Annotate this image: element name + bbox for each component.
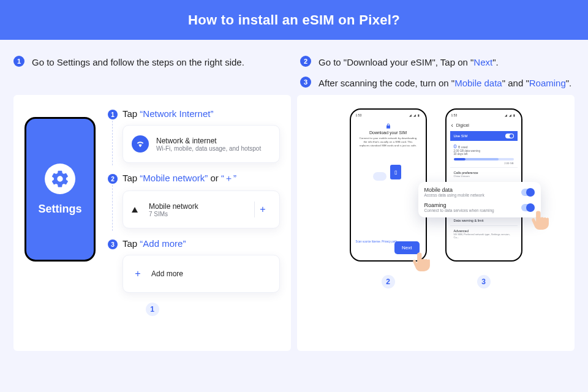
bullet-text: Go to Settings and follow the steps on t… — [32, 56, 244, 69]
toggle-on-icon[interactable] — [505, 134, 514, 138]
intro-bullet-2: 2 Go to "Download your eSIM", Tap on "Ne… — [300, 56, 575, 69]
sim-illustration: ▯ — [373, 167, 404, 181]
mobile-data-link: Mobile data — [454, 78, 502, 88]
roaming-link: Roaming — [529, 78, 566, 88]
card-subtitle: 7 SIMs — [149, 211, 198, 217]
gear-icon — [45, 164, 75, 194]
status-bar: 1:53◢ ◢ ▮ — [450, 113, 518, 117]
download-sim-desc: Connect to your mobile network by downlo… — [355, 137, 422, 148]
data-usage-bar — [454, 158, 514, 160]
intro-bullet-3: 3 After scanning the code, turn on "Mobi… — [300, 77, 575, 90]
carrier-header: ‹ Digicel — [450, 121, 518, 131]
bullet-number: 1 — [13, 56, 24, 67]
toggle-on-icon[interactable] — [521, 204, 535, 211]
mobile-data-toggle-row[interactable]: Mobile data Access data using mobile net… — [424, 187, 535, 197]
lock-icon — [385, 121, 391, 127]
phone-sim-settings-col: 1:53◢ ◢ ▮ ‹ Digicel Use SIM 0 B used — [445, 108, 522, 288]
simcard-icon: ▯ — [390, 165, 401, 179]
phone-settings: Settings — [24, 117, 96, 262]
toggle-on-icon[interactable] — [521, 189, 535, 196]
list-item[interactable]: Calls preferenceChina Unicom — [450, 167, 518, 181]
use-sim-row[interactable]: Use SIM — [450, 131, 518, 141]
step-number: 1 — [108, 110, 118, 119]
phone-download-sim: 1:53◢ ◢ ▮ Download your SIM Connect to y… — [350, 108, 427, 262]
roaming-toggle-row[interactable]: Roaming Connect to data services when ro… — [424, 202, 535, 213]
substep-3: 3 Tap “Add more” + Add more — [108, 238, 280, 293]
plus-icon: + — [132, 268, 144, 279]
card-title: Mobile network — [149, 202, 198, 211]
back-icon[interactable]: ‹ — [451, 122, 453, 129]
panel-badge-2: 2 — [382, 275, 395, 288]
network-internet-card[interactable]: Network & internet Wi-Fi, mobile, data u… — [123, 125, 280, 163]
wifi-icon — [132, 135, 149, 153]
step-title: Tap “Network Internet” — [123, 108, 280, 119]
substep-1: 1 Tap “Network Internet” Network & inter… — [108, 108, 280, 163]
phone-label: Settings — [38, 203, 81, 216]
list-item[interactable]: Advanced5G SIM, Preferred network type, … — [450, 225, 518, 242]
intro-bullet-1: 1 Go to Settings and follow the steps on… — [13, 56, 288, 69]
download-footer: Scan source license. Privacy path — [356, 240, 398, 243]
next-button[interactable]: Next — [394, 241, 419, 254]
download-sim-title: Download your SIM — [369, 130, 407, 135]
panel-badge-3: 3 — [477, 275, 491, 288]
bullet-number: 3 — [300, 77, 311, 88]
step-number: 2 — [108, 174, 118, 184]
card-title: Add more — [151, 270, 183, 278]
phone-sim-settings: 1:53◢ ◢ ▮ ‹ Digicel Use SIM 0 B used — [445, 108, 522, 262]
mobile-network-card[interactable]: Mobile network 7 SIMs + — [123, 190, 280, 228]
panel-steps-2-3: 1:53◢ ◢ ▮ Download your SIM Connect to y… — [297, 95, 575, 351]
substep-2: 2 Tap “Mobile network” or “＋” Mobile net… — [108, 173, 280, 228]
bullet-text: After scanning the code, turn on "Mobile… — [318, 77, 571, 90]
bullet-number: 2 — [300, 56, 311, 67]
step-title: Tap “Add more” — [123, 238, 280, 249]
panels: Settings 1 Tap “Network Internet” — [0, 95, 588, 351]
next-link: Next — [473, 57, 492, 67]
page: How to install an eSIM on Pixel? 1 Go to… — [0, 0, 588, 392]
page-title: How to install an eSIM on Pixel? — [0, 0, 588, 40]
card-title: Network & internet — [156, 137, 261, 145]
panel-badge-1: 1 — [146, 303, 159, 316]
plus-icon[interactable]: + — [254, 202, 271, 217]
data-used-value: 0 B used — [450, 141, 518, 149]
add-more-card[interactable]: + Add more — [123, 255, 280, 293]
step-number: 3 — [108, 239, 118, 249]
data-warning: 2.00 GB data warning30 days left — [450, 149, 518, 158]
phone-download-sim-col: 1:53◢ ◢ ▮ Download your SIM Connect to y… — [350, 108, 427, 288]
intro-section: 1 Go to Settings and follow the steps on… — [0, 40, 588, 95]
signal-icon — [132, 207, 138, 213]
intro-right: 2 Go to "Download your eSIM", Tap on "Ne… — [300, 56, 575, 90]
card-subtitle: Wi-Fi, mobile, data usage, and hotspot — [156, 145, 261, 152]
bullet-text: Go to "Download your eSIM", Tap on "Next… — [318, 56, 499, 69]
step-title: Tap “Mobile network” or “＋” — [123, 173, 280, 184]
status-bar: 1:53◢ ◢ ▮ — [355, 113, 422, 117]
steps-column: 1 Tap “Network Internet” Network & inter… — [108, 108, 280, 293]
mobile-data-roaming-overlay: Mobile data Access data using mobile net… — [418, 182, 541, 217]
intro-left: 1 Go to Settings and follow the steps on… — [13, 56, 288, 90]
panel-step1: Settings 1 Tap “Network Internet” — [13, 95, 291, 351]
